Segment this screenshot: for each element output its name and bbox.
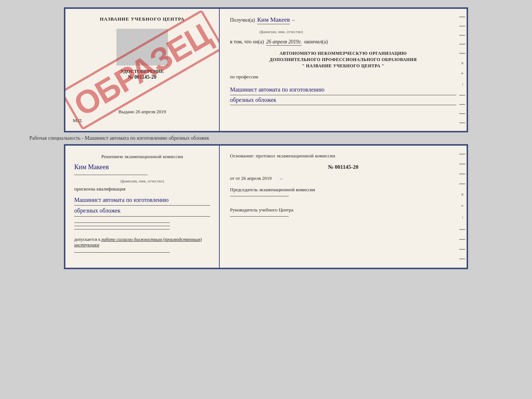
side-text-dash: ← <box>459 83 465 87</box>
osnov-label: Основание: протокол экзаменационной коми… <box>230 153 456 159</box>
org-line2: ДОПОЛНИТЕЛЬНОГО ПРОФЕССИОНАЛЬНОГО ОБРАЗО… <box>230 57 456 63</box>
side-marks: и а ← <box>459 9 465 131</box>
name-subtitle: (фамилия, имя, отчество) <box>259 29 303 34</box>
br-side-mark-5 <box>459 229 465 230</box>
br-side-и: и <box>459 193 465 196</box>
br-side-mark-1 <box>459 154 465 154</box>
prof-line1: Машинист автомата по изготовлению <box>230 85 456 95</box>
side-mark-8 <box>459 113 465 114</box>
kvali-label: присвоена квалификация <box>74 186 210 192</box>
bottom-certificate: Решением экзаменационной комиссии Ким Ма… <box>64 144 468 269</box>
br-side-а: а <box>459 205 465 207</box>
bottom-right-side-marks: и а ← <box>459 146 465 268</box>
br-side-mark-8 <box>459 259 465 259</box>
br-side-mark-7 <box>459 249 465 250</box>
photo-placeholder <box>116 29 168 65</box>
side-mark-5 <box>459 53 465 54</box>
br-side-mark-2 <box>459 164 465 164</box>
date-val: от 26 апреля 2019 <box>236 175 272 181</box>
prof-label: по профессии <box>230 74 456 80</box>
side-mark-1 <box>459 17 465 17</box>
bottom-line-1 <box>74 222 170 223</box>
mp-label: М.П. <box>73 118 83 124</box>
document-container: НАЗВАНИЕ УЧЕБНОГО ЦЕНТРА ОБРАЗЕЦ УДОСТОВ… <box>7 7 525 269</box>
prof-handwritten: Машинист автомата по изготовлению обрезн… <box>230 85 456 105</box>
rukov-label: Руководитель учебного Центра <box>230 207 456 213</box>
reshenie-label: Решением экзаменационной комиссии <box>74 153 210 160</box>
dopusk-text: допускается к работе согласно должностны… <box>74 237 210 248</box>
cert-number: № 001145-20 <box>128 74 156 80</box>
okonchil-label: окончил(а) <box>304 39 328 45</box>
dopusk-label: допускается к <box>74 237 100 242</box>
predsed-block: Председатель экзаменационной комиссии <box>230 186 456 198</box>
recipient-name: Ким Макеев <box>257 16 290 24</box>
org-block: АВТОНОМНУЮ НЕКОММЕРЧЕСКУЮ ОРГАНИЗАЦИЮ ДО… <box>230 51 456 69</box>
cert-right-panel: Получил(а) Ким Макеев – (фамилия, имя, о… <box>220 9 467 131</box>
br-side-mark-6 <box>459 239 465 240</box>
br-side-mark-4 <box>459 184 465 184</box>
bottom-lines-block <box>74 222 210 230</box>
br-side-arr: ← <box>459 216 465 220</box>
org-line1: АВТОНОМНУЮ НЕКОММЕРЧЕСКУЮ ОРГАНИЗАЦИЮ <box>230 51 456 56</box>
name-underline <box>74 175 148 175</box>
side-text-а: а <box>459 72 465 74</box>
side-mark-9 <box>459 122 465 123</box>
cert-left-panel: НАЗВАНИЕ УЧЕБНОГО ЦЕНТРА ОБРАЗЕЦ УДОСТОВ… <box>65 9 220 131</box>
poluchil-label: Получил(а) <box>230 17 255 23</box>
br-side-mark-3 <box>459 174 465 174</box>
separator-text: Рабочая специальность - Машинист автомат… <box>7 135 209 141</box>
bottom-number: № 001145-20 <box>230 164 456 170</box>
rukov-block: Руководитель учебного Центра <box>230 207 456 218</box>
side-mark-7 <box>459 104 465 105</box>
bottom-right-panel: Основание: протокол экзаменационной коми… <box>220 146 467 268</box>
predsed-label: Председатель экзаменационной комиссии <box>230 186 456 193</box>
name-sub-bottom: (фамилия, имя, отчество) <box>74 179 210 183</box>
vtom-date: 26 апреля 2019г. <box>266 39 302 46</box>
vydano-label: Выдано 26 апреля 2019 <box>118 109 166 115</box>
side-mark-6 <box>459 95 465 96</box>
top-certificate: НАЗВАНИЕ УЧЕБНОГО ЦЕНТРА ОБРАЗЕЦ УДОСТОВ… <box>64 7 468 132</box>
ot-label: от <box>230 175 236 181</box>
side-mark-2 <box>459 26 465 26</box>
prof-line2: обрезных обложек <box>230 95 456 106</box>
bottom-left-panel: Решением экзаменационной комиссии Ким Ма… <box>65 146 220 268</box>
rukov-sign-line <box>230 216 289 217</box>
vtom-row: в том, что он(a) 26 апреля 2019г. окончи… <box>230 39 456 46</box>
top-cert-title: НАЗВАНИЕ УЧЕБНОГО ЦЕНТРА <box>100 16 185 22</box>
bottom-line-2 <box>74 226 170 226</box>
vtom-label: в том, что он(a) <box>230 39 264 45</box>
bottom-date: от от 26 апреля 2019 – <box>230 175 456 181</box>
side-mark-3 <box>459 35 465 36</box>
bottom-line-3 <box>74 229 170 229</box>
bottom-prof-line1: Машинист автомата по изготовлению <box>74 195 210 206</box>
poluchil-row: Получил(а) Ким Макеев – <box>230 16 456 24</box>
bottom-name: Ким Макеев <box>74 163 210 171</box>
side-text-и: и <box>459 62 465 64</box>
org-line3: " НАЗВАНИЕ УЧЕБНОГО ЦЕНТРА " <box>230 63 456 69</box>
predsed-sign-line <box>230 196 289 196</box>
bottom-prof-line2: обрезных обложек <box>74 206 210 217</box>
bottom-line-4 <box>74 252 170 253</box>
name-subtitle-row: (фамилия, имя, отчество) <box>230 29 456 34</box>
dash-right: – <box>280 175 283 181</box>
bottom-prof: Машинист автомата по изготовлению обрезн… <box>74 195 210 217</box>
udost-label: УДОСТОВЕРЕНИЕ <box>121 68 164 74</box>
side-mark-4 <box>459 44 465 44</box>
